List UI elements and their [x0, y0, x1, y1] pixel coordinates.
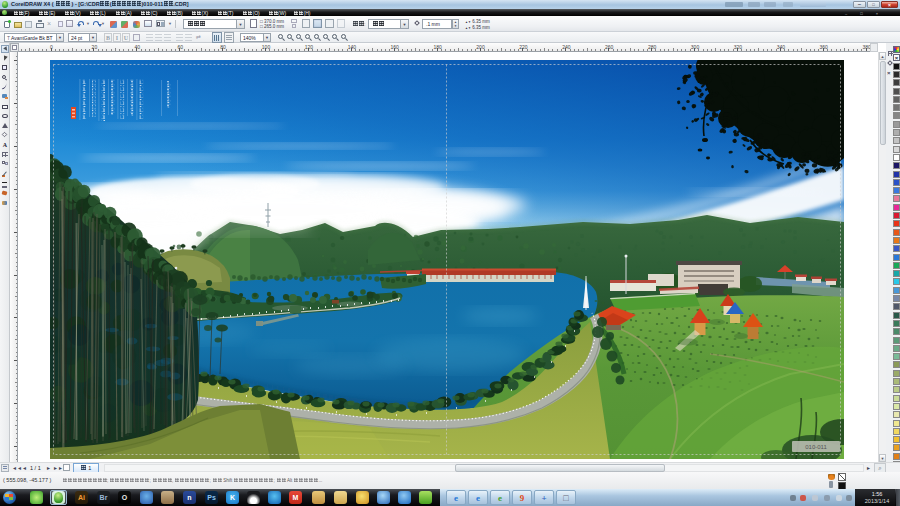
svg-text:010-011: 010-011 [805, 444, 827, 450]
